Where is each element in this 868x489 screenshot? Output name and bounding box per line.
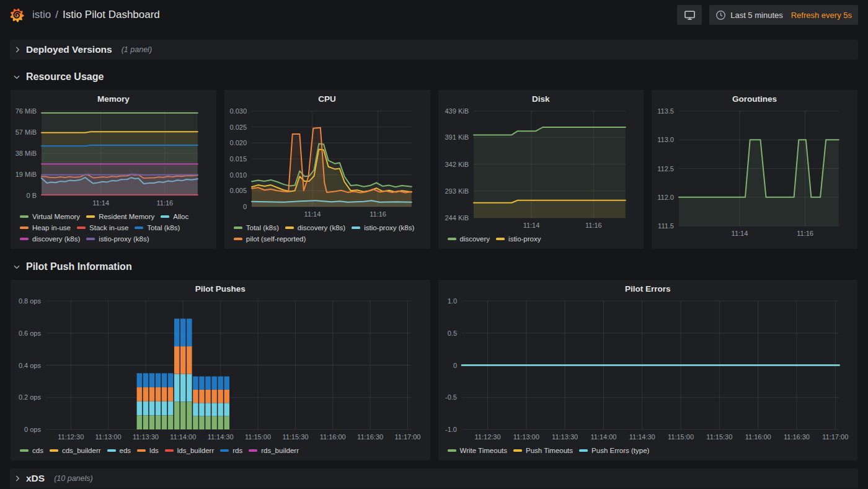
panel-title[interactable]: Pilot Pushes xyxy=(11,280,430,297)
legend-item[interactable]: Total (k8s) xyxy=(234,222,279,233)
x-axis-tick-label: 11:14:30 xyxy=(208,433,234,441)
bar-segment xyxy=(156,387,161,402)
legend-series-color xyxy=(161,215,169,218)
y-axis-tick-label: 0.015 xyxy=(229,155,247,163)
panel-title[interactable]: Memory xyxy=(11,90,216,107)
x-axis-tick-label: 11:14 xyxy=(523,222,539,229)
legend-item[interactable]: Resident Memory xyxy=(86,211,154,222)
x-axis-tick-label: 11:16:30 xyxy=(783,433,809,441)
bar-segment xyxy=(168,415,174,429)
legend-item[interactable]: rds xyxy=(220,445,242,456)
legend-item[interactable]: Stack in-use xyxy=(77,222,128,233)
row-pilot-push-information[interactable]: Pilot Push Information xyxy=(10,254,858,279)
legend-series-label: Push Errors (type) xyxy=(591,445,649,456)
legend-item[interactable]: Push Errors (type) xyxy=(579,445,649,456)
legend-item[interactable]: lds xyxy=(137,445,159,456)
y-axis-tick-label: 111.5 xyxy=(658,222,674,230)
bar-segment xyxy=(205,403,211,416)
grafana-logo[interactable] xyxy=(7,6,26,24)
legend-series-color xyxy=(135,227,143,229)
legend-item[interactable]: Push Timeouts xyxy=(513,445,573,456)
legend-item[interactable]: lds_builderr xyxy=(165,445,214,456)
bar-segment xyxy=(162,373,167,387)
panel-goroutines: Goroutines 111.5112.0112.5113.0113.511:1… xyxy=(651,89,858,249)
x-axis-tick-label: 11:14:00 xyxy=(170,433,196,441)
legend-series-color xyxy=(77,227,86,229)
legend-item[interactable]: Alloc xyxy=(161,211,188,222)
bar-segment xyxy=(168,387,174,402)
bar-segment xyxy=(218,416,223,429)
bar-segment xyxy=(205,377,211,390)
legend-item[interactable]: Write Timeouts xyxy=(448,445,507,456)
legend-item[interactable]: eds xyxy=(107,445,131,456)
bar-segment xyxy=(211,377,217,390)
bar-segment xyxy=(143,402,149,416)
x-axis-tick-label: 11:12:30 xyxy=(58,433,84,441)
bar-segment xyxy=(149,415,155,429)
x-axis-tick-label: 11:13:30 xyxy=(552,433,578,441)
x-axis-tick-label: 11:15:00 xyxy=(245,433,271,441)
legend-item[interactable]: Total (k8s) xyxy=(135,222,180,233)
legend-item[interactable]: rds_builderr xyxy=(249,445,299,456)
y-axis-tick-label: 0 xyxy=(453,362,456,369)
x-axis-tick-label: 11:16:00 xyxy=(320,433,346,441)
chevron-right-icon xyxy=(13,474,22,483)
cycle-view-mode-button[interactable] xyxy=(677,5,702,25)
navbar: istio / Istio Pilot Dashboard Last 5 min… xyxy=(0,0,868,30)
legend-item[interactable]: cds_builderr xyxy=(50,445,101,456)
panel-title[interactable]: CPU xyxy=(224,90,430,107)
pilot-push-panels: Pilot Pushes 0 ops0.2 ops0.4 ops0.6 ops0… xyxy=(10,279,858,461)
panel-title[interactable]: Disk xyxy=(438,90,644,107)
row-xds[interactable]: xDS (10 panels) xyxy=(10,469,858,488)
legend-series-color xyxy=(352,227,360,229)
legend-item[interactable]: istio-proxy xyxy=(496,233,541,244)
legend-item[interactable]: discovery (k8s) xyxy=(285,222,345,233)
legend-item[interactable]: pilot (self-reported) xyxy=(234,233,306,244)
legend-series-label: Virtual Memory xyxy=(32,211,80,222)
bar-segment xyxy=(187,374,192,402)
legend-item[interactable]: istio-proxy (k8s) xyxy=(86,233,149,244)
bar-segment xyxy=(162,415,167,429)
bar-segment xyxy=(174,346,180,374)
monitor-icon xyxy=(684,9,696,21)
legend-series-color xyxy=(249,449,257,452)
legend-series-color xyxy=(20,449,29,452)
row-title: Pilot Push Information xyxy=(26,261,132,272)
panel-memory: Memory 0 B19 MiB38 MiB57 MiB76 MiB11:141… xyxy=(10,89,217,249)
legend-item[interactable]: cds xyxy=(20,445,43,456)
legend-item[interactable]: Virtual Memory xyxy=(20,211,80,222)
y-axis-tick-label: 0.5 xyxy=(447,330,456,337)
bar-segment xyxy=(162,402,167,416)
breadcrumb-dashboard-title[interactable]: Istio Pilot Dashboard xyxy=(63,9,160,21)
legend-series-label: pilot (self-reported) xyxy=(246,233,306,244)
legend-item[interactable]: Heap in-use xyxy=(20,222,71,233)
row-resource-usage[interactable]: Resource Usage xyxy=(10,65,858,89)
x-axis-tick-label: 11:15:30 xyxy=(282,433,308,441)
y-axis-tick-label: 391 KiB xyxy=(445,133,469,141)
x-axis-tick-label: 11:13:00 xyxy=(95,433,122,441)
x-axis-tick-label: 11:14 xyxy=(304,210,321,218)
y-axis-tick-label: 0.020 xyxy=(229,139,247,146)
panel-title[interactable]: Goroutines xyxy=(652,90,857,107)
legend-item[interactable]: discovery (k8s) xyxy=(20,233,80,244)
bar-segment xyxy=(193,377,198,390)
time-picker-button[interactable]: Last 5 minutes Refresh every 5s xyxy=(709,5,858,25)
y-axis-tick-label: 0.030 xyxy=(229,107,247,115)
bar-segment xyxy=(149,387,155,402)
legend-item[interactable]: discovery xyxy=(448,233,490,244)
bar-segment xyxy=(224,377,230,390)
legend-series-color xyxy=(20,238,29,240)
row-deployed-versions[interactable]: Deployed Versions (1 panel) xyxy=(10,40,858,60)
row-panel-count: (10 panels) xyxy=(54,474,93,483)
breadcrumb-separator: / xyxy=(55,9,58,21)
legend-series-color xyxy=(50,449,58,452)
y-axis-tick-label: 0.8 ops xyxy=(19,297,42,305)
cpu-legend: Total (k8s)discovery (k8s)istio-proxy (k… xyxy=(224,222,430,249)
bar-segment xyxy=(143,415,149,429)
legend-item[interactable]: istio-proxy (k8s) xyxy=(352,222,414,233)
breadcrumb-folder[interactable]: istio xyxy=(32,9,51,21)
bar-segment xyxy=(224,416,230,429)
bar-segment xyxy=(174,374,180,402)
x-axis-tick-label: 11:15:00 xyxy=(668,433,694,441)
panel-title[interactable]: Pilot Errors xyxy=(438,280,858,297)
